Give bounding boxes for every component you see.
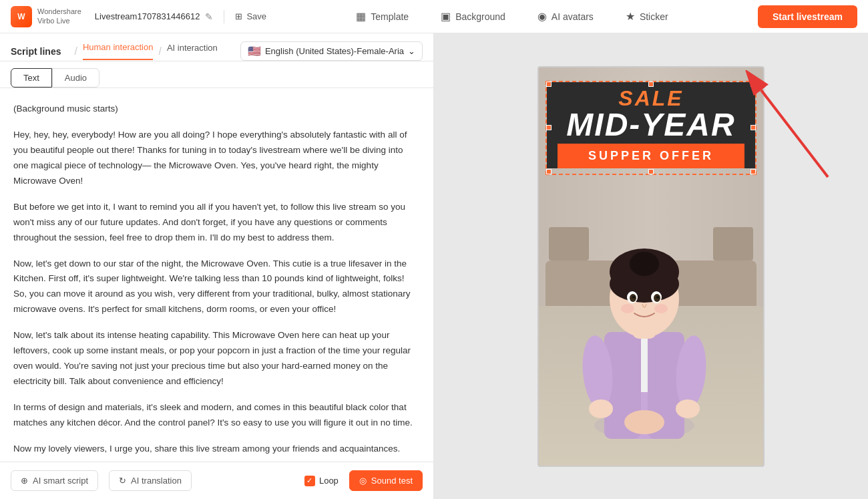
left-panel: Script lines / Human interaction / AI in… xyxy=(0,33,434,499)
svg-point-21 xyxy=(632,296,635,299)
template-label: Template xyxy=(371,11,409,22)
paragraph-2: But before we get into it, I want to rem… xyxy=(13,200,420,246)
ai-avatar xyxy=(578,212,724,466)
nav-sticker[interactable]: ★ Sticker xyxy=(626,10,668,23)
ai-smart-script-label: AI smart script xyxy=(33,476,88,486)
paragraph-6: Now my lovely viewers, I urge you, share… xyxy=(13,442,420,457)
language-selector[interactable]: 🇺🇸 English (United States)-Female-Aria ⌄ xyxy=(240,41,423,61)
svg-point-10 xyxy=(676,399,700,418)
svg-point-23 xyxy=(621,304,634,313)
ai-smart-script-icon: ⊕ xyxy=(21,476,28,486)
header-separator-2: / xyxy=(158,45,161,57)
paragraph-4: Now, let's talk about its intense heatin… xyxy=(13,328,420,389)
app-logo-icon: W xyxy=(11,6,32,27)
script-header: Script lines / Human interaction / AI in… xyxy=(0,33,433,61)
header-separator: / xyxy=(74,45,77,57)
svg-point-16 xyxy=(630,252,659,276)
start-livestream-button[interactable]: Start livestream xyxy=(758,5,857,28)
tab-text[interactable]: Text xyxy=(11,68,52,88)
divider xyxy=(224,10,224,23)
ai-interaction-tab[interactable]: AI interaction xyxy=(167,43,218,59)
chevron-down-icon: ⌄ xyxy=(408,46,415,56)
save-icon: ⊞ xyxy=(235,11,242,21)
script-content-area[interactable]: (Background music starts) Hey, hey, hey,… xyxy=(0,88,433,462)
svg-point-24 xyxy=(654,304,668,313)
flag-icon: 🇺🇸 xyxy=(248,45,261,57)
sticker-label: Sticker xyxy=(640,11,668,22)
red-arrow-indicator xyxy=(728,70,848,190)
language-label: English (United States)-Female-Aria xyxy=(265,46,404,56)
sound-test-button[interactable]: ◎ Sound test xyxy=(349,470,423,491)
app-name: Wondershare Virbo Live xyxy=(37,7,81,25)
nav-center: ▦ Template ▣ Background ◉ AI avatars ★ S… xyxy=(266,10,758,23)
resize-handle-tm[interactable] xyxy=(648,81,654,87)
background-icon: ▣ xyxy=(441,10,451,23)
svg-point-11 xyxy=(624,410,664,434)
human-interaction-tab[interactable]: Human interaction xyxy=(83,42,154,60)
sound-test-label: Sound test xyxy=(371,476,413,486)
save-button[interactable]: ⊞ Save xyxy=(235,11,266,21)
paragraph-5: In terms of design and materials, it's s… xyxy=(13,400,420,431)
banner-midyear-text: MID-YEAR xyxy=(547,109,755,141)
ai-translation-label: AI translation xyxy=(131,476,182,486)
ai-avatars-icon: ◉ xyxy=(537,10,547,23)
stream-name: Livestream1707831446612 xyxy=(95,11,200,21)
checkbox-icon: ✓ xyxy=(304,476,315,486)
right-panel: SALE MID-YEAR SUPPER OFFER xyxy=(434,33,868,499)
banner-supper-text: SUPPER OFFER xyxy=(588,149,714,162)
script-lines-title: Script lines xyxy=(11,46,61,57)
svg-point-22 xyxy=(656,296,659,299)
resize-handle-tl[interactable] xyxy=(546,81,552,87)
banner-content: SALE MID-YEAR SUPPER OFFER xyxy=(547,82,755,168)
resize-handle-bm[interactable] xyxy=(648,169,654,174)
top-navigation: W Wondershare Virbo Live Livestream17078… xyxy=(0,0,868,33)
banner-supper-offer: SUPPER OFFER xyxy=(558,144,744,168)
text-audio-tabs: Text Audio xyxy=(0,61,433,88)
edit-name-icon[interactable]: ✎ xyxy=(205,11,213,22)
nav-ai-avatars[interactable]: ◉ AI avatars xyxy=(537,10,594,23)
template-icon: ▦ xyxy=(356,10,366,23)
paragraph-3: Now, let's get down to our star of the n… xyxy=(13,257,420,318)
check-mark: ✓ xyxy=(306,476,312,485)
save-label: Save xyxy=(246,11,266,21)
main-content: Script lines / Human interaction / AI in… xyxy=(0,33,868,499)
ai-smart-script-button[interactable]: ⊕ AI smart script xyxy=(11,470,98,491)
resize-handle-ml[interactable] xyxy=(546,125,552,130)
sale-banner-overlay[interactable]: SALE MID-YEAR SUPPER OFFER xyxy=(546,81,756,175)
loop-checkbox[interactable]: ✓ Loop xyxy=(304,476,339,486)
avatar-image xyxy=(578,212,711,452)
sticker-icon: ★ xyxy=(626,10,635,23)
background-label: Background xyxy=(455,11,505,22)
logo-area: W Wondershare Virbo Live xyxy=(11,6,81,27)
ai-translation-button[interactable]: ↻ AI translation xyxy=(109,470,192,491)
paragraph-0: (Background music starts) xyxy=(13,102,420,117)
tab-audio[interactable]: Audio xyxy=(52,68,99,88)
bottom-toolbar: ⊕ AI smart script ↻ AI translation ✓ Loo… xyxy=(0,462,433,499)
svg-point-9 xyxy=(589,399,613,418)
nav-background[interactable]: ▣ Background xyxy=(441,10,505,23)
nav-template[interactable]: ▦ Template xyxy=(356,10,409,23)
svg-line-1 xyxy=(761,90,828,177)
ai-avatars-label: AI avatars xyxy=(552,11,594,22)
sound-test-icon: ◎ xyxy=(359,476,367,486)
ai-translation-icon: ↻ xyxy=(119,476,126,486)
loop-label: Loop xyxy=(319,476,339,486)
resize-handle-bl[interactable] xyxy=(546,169,552,174)
paragraph-1: Hey, hey, hey, everybody! How are you al… xyxy=(13,128,420,189)
